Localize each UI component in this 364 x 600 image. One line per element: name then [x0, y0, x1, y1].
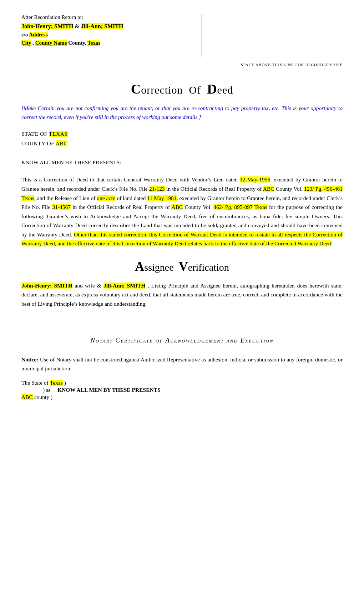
assignee-title: Assignee Verification	[21, 259, 343, 274]
name2-highlight: Jill-Ann; SMITH	[81, 23, 123, 29]
header-left: After Recordation Return to: John-Henry;…	[21, 14, 198, 57]
name1-highlight: John-Henry; SMITH	[21, 23, 73, 29]
recorder-use-text: SPACE ABOVE THIS LINE FOR RECORDER'S USE	[241, 62, 343, 67]
body-mid6: of land dated	[115, 195, 147, 201]
county-name-highlight: County Name	[35, 40, 67, 46]
title-of: Of	[189, 84, 201, 96]
county1: ABC	[263, 186, 274, 192]
header-right	[206, 14, 343, 57]
notice-text: Notice: Use of Notary shall not be const…	[21, 355, 343, 373]
title-deed: eed	[217, 84, 233, 96]
vol1: 123/ Pg. 456-461	[304, 186, 343, 192]
return-to-address: c/o Address	[21, 32, 191, 38]
notice-label: Notice:	[21, 356, 38, 362]
assignee-a: A	[135, 259, 144, 274]
assignee-name1: John-Henry; SMITH	[21, 282, 72, 289]
vol2: 462/ Pg. 895-897	[213, 204, 253, 210]
doc-title: Correction Of Deed	[21, 81, 343, 97]
county-label: COUNTY OF	[21, 140, 56, 146]
county-line: COUNTY OF ABC	[21, 139, 343, 149]
county-label-text: County,	[68, 40, 86, 46]
body-mid2: in the Official Records of Real Property…	[165, 186, 263, 192]
assignee-amp: &	[97, 282, 103, 289]
ss-know-all: KNOW ALL MEN BY THESE PRESENTS	[57, 387, 161, 393]
body-mid5: , and the Release of Lien of	[34, 195, 97, 201]
city-highlight: City	[21, 40, 31, 46]
after-recordation-label: After Recordation Return to:	[21, 14, 191, 20]
assignee-v: V	[179, 259, 188, 274]
assignee-text: John-Henry; SMITH and wife & Jill-Ann; S…	[21, 281, 343, 309]
assignee-title-v: erification	[188, 262, 229, 273]
header-divider	[202, 14, 202, 57]
state-label: STATE OF	[21, 131, 49, 137]
body-mid3: County Vol.	[274, 186, 304, 192]
return-to-name: John-Henry; SMITH & Jill-Ann; SMITH	[21, 23, 191, 30]
co-label: c/o	[21, 32, 29, 38]
recorder-line: SPACE ABOVE THIS LINE FOR RECORDER'S USE	[21, 61, 343, 67]
address-highlight: Address	[29, 32, 47, 38]
body-mid9: County Vol.	[183, 204, 213, 210]
state-notary-value: Texas	[50, 380, 63, 386]
state-county-block: STATE OF TEXAS COUNTY OF ABC	[21, 129, 343, 149]
return-to-city: City , County Name County, Texas	[21, 40, 191, 46]
lien: one acre	[97, 195, 115, 201]
italic-notice: [Make Certain you are not confirming you…	[21, 104, 343, 122]
state-line: STATE OF TEXAS	[21, 129, 343, 139]
date1: 12-May-1956	[240, 176, 270, 182]
county2: ABC	[171, 204, 183, 210]
state-notary-line: The State of Texas )	[21, 380, 343, 386]
date2: 11 May 1981	[147, 195, 176, 201]
and-text: &	[75, 23, 81, 29]
state-notary-paren: )	[64, 380, 66, 386]
ss-paren: ) ss	[43, 387, 50, 393]
file-no2: 31-4567	[52, 204, 71, 210]
know-all-text: KNOW ALL MEN BY THESE PRESENTS:	[21, 159, 343, 166]
county-value: ABC	[56, 140, 67, 146]
assignee-and: and wife	[72, 282, 97, 289]
body-paragraph: This is a Correction of Deed to that cer…	[21, 175, 343, 248]
file-no1: 21-123	[149, 186, 165, 192]
county-notary-line: ABC county )	[21, 394, 343, 400]
body-pre: This is a Correction of Deed to that cer…	[21, 176, 240, 182]
assignee-name2: Jill-Ann; SMITH	[103, 282, 145, 289]
comma-text: ,	[31, 40, 34, 46]
notary-title: Notary Certificate of Acknowledgement an…	[21, 336, 343, 344]
title-d: D	[207, 81, 217, 96]
texas2: Texas	[254, 204, 267, 210]
header-section: After Recordation Return to: John-Henry;…	[21, 14, 343, 57]
notice-body: Use of Notary shall not be construed aga…	[21, 356, 343, 372]
title-correction: orrection	[141, 84, 183, 96]
texas-highlight: Texas	[87, 40, 100, 46]
county-notary-value: ABC	[21, 394, 33, 400]
county-notary-paren: )	[51, 394, 52, 400]
county-notary-text: county	[34, 394, 49, 400]
state-notary-label: The State of	[21, 380, 49, 386]
title-c: C	[131, 81, 141, 96]
texas1: Texas	[21, 195, 34, 201]
ss-line: ) ss KNOW ALL MEN BY THESE PRESENTS	[21, 387, 343, 393]
assignee-title-a: ssignee	[144, 262, 173, 273]
state-value: TEXAS	[49, 131, 67, 137]
body-mid8: in the Official Records of Real Property…	[71, 204, 171, 210]
